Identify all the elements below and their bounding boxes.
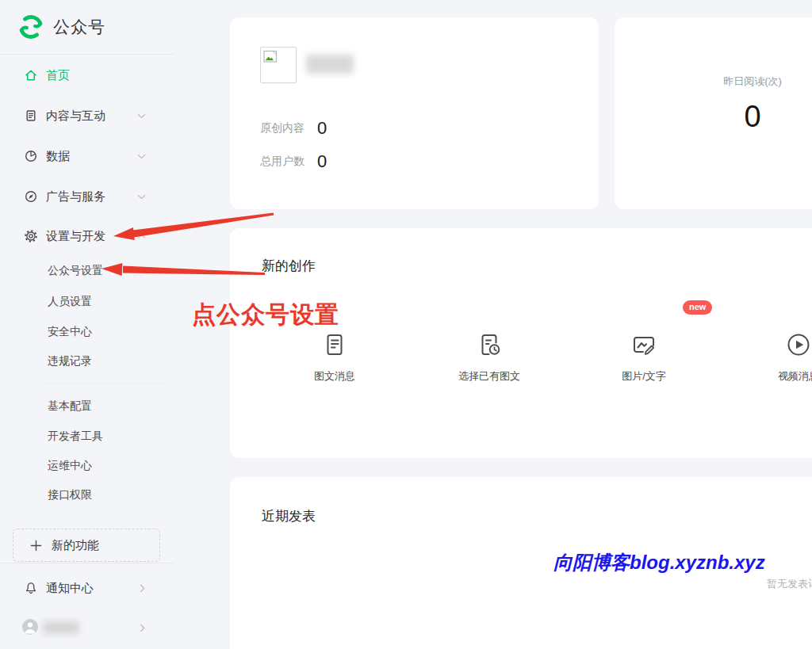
- home-icon: [24, 68, 38, 82]
- original-content-value: 0: [317, 118, 327, 139]
- sidebar-item-label: 内容与互动: [46, 109, 105, 124]
- create-article-button[interactable]: 图文消息: [279, 331, 390, 384]
- sidebar-subitem-basic-config[interactable]: 基本配置: [48, 398, 92, 414]
- plus-icon: [30, 540, 42, 552]
- sidebar-item-label: 设置与开发: [46, 229, 105, 244]
- sidebar-item-ads-services[interactable]: 广告与服务: [24, 187, 160, 206]
- sidebar-subitem-account-settings[interactable]: 公众号设置: [48, 262, 103, 278]
- create-image-text-button[interactable]: 图片/文字: [588, 331, 699, 384]
- sidebar-item-notification-center[interactable]: 通知中心: [24, 578, 160, 597]
- person-icon: [22, 619, 38, 635]
- yesterday-reads-stat: 昨日阅读(次) 0: [615, 17, 812, 134]
- new-creation-card: 新的创作 图文消息 选择已有图文 图片/文字 视频消息 new: [230, 228, 812, 458]
- video-play-icon: [785, 331, 812, 358]
- chevron-right-icon: [140, 624, 145, 632]
- recent-posts-card: 近期发表 向阳博客blog.xyznb.xyz 暂无发表记录: [230, 477, 812, 649]
- sidebar-item-label: 通知中心: [46, 581, 94, 596]
- document-icon: [24, 109, 38, 123]
- article-clock-icon: [476, 331, 503, 358]
- sidebar-header-divider: [0, 54, 174, 55]
- total-users-stat[interactable]: 总用户数 0: [260, 151, 327, 172]
- chevron-down-icon: [137, 113, 146, 119]
- no-posts-text: 暂无发表记录: [767, 577, 812, 591]
- image-pen-icon: [630, 331, 657, 358]
- sidebar-item-settings-dev[interactable]: 设置与开发: [24, 227, 160, 246]
- app-title: 公众号: [53, 16, 105, 38]
- account-overview-card: 原创内容 0 总用户数 0: [230, 17, 599, 209]
- compass-icon: [24, 189, 38, 204]
- chevron-up-icon: [137, 234, 146, 239]
- create-item-label: 图文消息: [279, 369, 390, 384]
- yesterday-reads-value: 0: [615, 100, 812, 134]
- redacted-account-name: [43, 621, 79, 634]
- sidebar-item-label: 数据: [46, 149, 70, 164]
- yesterday-reads-label: 昨日阅读(次): [615, 74, 812, 89]
- app-logo-row: 公众号: [17, 13, 105, 40]
- sidebar-item-data[interactable]: 数据: [24, 147, 160, 166]
- chevron-down-icon: [137, 194, 146, 200]
- sidebar-subitem-violation-records[interactable]: 违规记录: [48, 353, 92, 368]
- new-creation-title: 新的创作: [262, 257, 316, 275]
- blog-watermark: 向阳博客blog.xyznb.xyz: [553, 550, 765, 575]
- sidebar-subitem-api-permissions[interactable]: 接口权限: [48, 487, 92, 502]
- sidebar-subitem-dev-tools[interactable]: 开发者工具: [48, 428, 103, 444]
- create-item-label: 图片/文字: [588, 369, 699, 384]
- choose-existing-article-button[interactable]: 选择已有图文: [434, 331, 545, 384]
- gear-icon: [24, 229, 38, 243]
- submenu-divider: [45, 383, 163, 384]
- yesterday-reads-card[interactable]: 昨日阅读(次) 0: [615, 17, 812, 209]
- recent-posts-title: 近期发表: [262, 507, 316, 525]
- sidebar-subitem-security-center[interactable]: 安全中心: [48, 323, 92, 339]
- account-image-placeholder: [260, 47, 297, 83]
- broken-image-icon: [263, 50, 279, 64]
- account-avatar[interactable]: [22, 619, 38, 635]
- create-video-message-button[interactable]: 视频消息: [743, 331, 812, 384]
- sidebar-footer-divider: [0, 563, 174, 563]
- chevron-right-icon: [140, 584, 145, 593]
- sidebar-subitem-ops-center[interactable]: 运维中心: [48, 457, 92, 473]
- original-content-stat[interactable]: 原创内容 0: [260, 118, 327, 139]
- bell-icon: [24, 581, 38, 595]
- sidebar-subitem-staff-settings[interactable]: 人员设置: [48, 293, 92, 309]
- sidebar-item-label: 首页: [46, 68, 70, 83]
- sidebar-item-label: 广告与服务: [46, 189, 105, 204]
- sidebar-item-home[interactable]: 首页: [24, 66, 160, 85]
- chevron-down-icon: [137, 154, 146, 159]
- original-content-label: 原创内容: [260, 121, 304, 136]
- sidebar: 公众号 首页 内容与互动 数据 广告与服务: [0, 0, 174, 649]
- article-icon: [321, 331, 348, 358]
- redacted-account-title: [306, 55, 354, 74]
- total-users-label: 总用户数: [260, 155, 304, 169]
- new-feature-button[interactable]: 新的功能: [13, 529, 160, 562]
- create-item-label: 选择已有图文: [434, 369, 545, 384]
- new-feature-label: 新的功能: [52, 538, 99, 553]
- wechat-mp-logo-icon: [17, 13, 44, 40]
- sidebar-item-content[interactable]: 内容与互动: [24, 106, 160, 125]
- total-users-value: 0: [317, 151, 327, 172]
- new-badge: new: [683, 300, 712, 315]
- pie-chart-icon: [24, 149, 38, 163]
- create-item-label: 视频消息: [743, 369, 812, 384]
